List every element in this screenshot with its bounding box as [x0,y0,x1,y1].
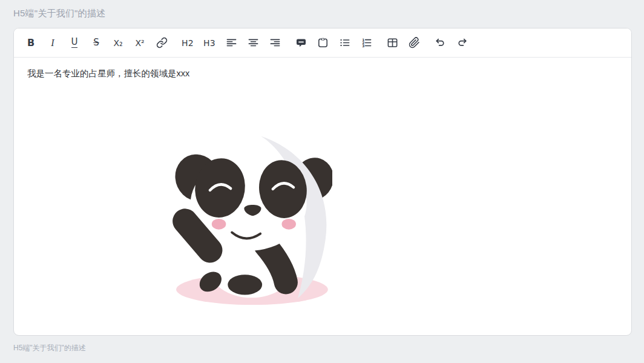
quote-icon [295,37,307,48]
ordered-list-icon: 1 2 3 [361,37,372,48]
heading3-icon: H3 [203,39,215,47]
table-icon [387,37,398,48]
italic-icon: I [51,38,54,48]
bold-icon: B [27,38,34,48]
code-block-button[interactable] [315,35,330,51]
redo-icon [456,37,468,48]
panda-image[interactable] [169,130,332,308]
align-center-icon [248,37,259,48]
field-caption: H5端"关于我们"的描述 [13,343,631,353]
code-block-icon [317,37,329,48]
attachment-button[interactable] [406,35,422,51]
italic-button[interactable]: I [45,35,61,51]
table-button[interactable] [384,35,400,51]
align-right-icon [269,37,281,48]
bullet-list-icon [339,37,350,48]
heading2-button[interactable]: H2 [180,35,196,51]
svg-text:3: 3 [362,44,364,48]
heading3-button[interactable]: H3 [202,35,217,51]
ordered-list-button[interactable]: 1 2 3 [358,35,374,51]
link-button[interactable] [154,35,169,51]
align-right-button[interactable] [267,35,283,51]
align-left-button[interactable] [223,35,239,51]
strikethrough-icon: S [93,38,99,47]
subscript-icon: X₂ [113,39,122,47]
undo-button[interactable] [432,35,448,51]
rich-text-editor: B I U S X₂ X² [13,28,632,336]
superscript-icon: X² [135,39,144,47]
quote-button[interactable] [293,35,309,51]
bold-button[interactable]: B [23,35,39,51]
panda-illustration [169,130,332,308]
page: H5端"关于我们"的描述 B I U S X₂ X² [0,0,644,353]
editor-content-area[interactable]: 我是一名专业的占星师，擅长的领域是xxx [14,58,631,318]
undo-icon [435,37,446,48]
editor-toolbar: B I U S X₂ X² [14,28,631,58]
attachment-icon [409,37,420,48]
page-title: H5端"关于我们"的描述 [13,7,631,19]
align-left-icon [226,37,237,48]
link-icon [156,37,168,48]
underline-icon: U [71,38,78,48]
heading2-icon: H2 [182,39,194,47]
strikethrough-button[interactable]: S [88,35,104,51]
subscript-button[interactable]: X₂ [110,35,126,51]
superscript-button[interactable]: X² [132,35,148,51]
editor-paragraph[interactable]: 我是一名专业的占星师，擅长的领域是xxx [27,67,618,80]
align-center-button[interactable] [245,35,261,51]
underline-button[interactable]: U [67,35,82,51]
redo-button[interactable] [454,35,470,51]
bullet-list-button[interactable] [337,35,352,51]
